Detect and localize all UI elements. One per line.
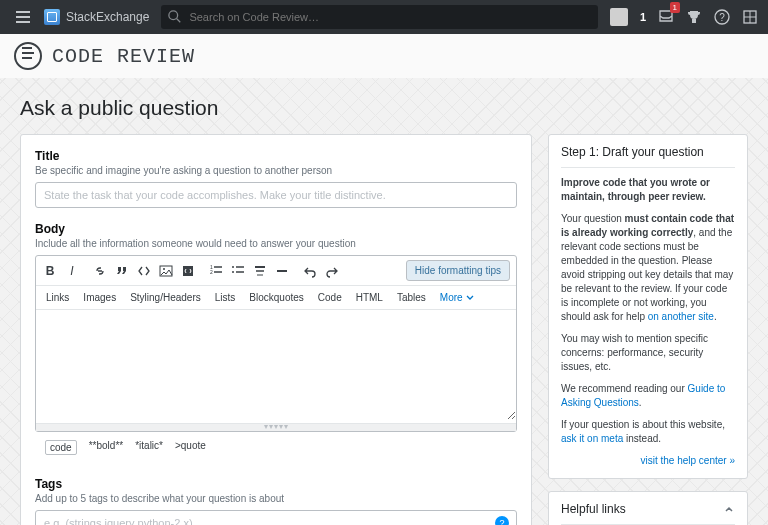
md-quote: >quote [175, 440, 206, 455]
step-card: Step 1: Draft your question Improve code… [548, 134, 748, 479]
tab-html[interactable]: HTML [356, 292, 383, 303]
ask-meta-link[interactable]: ask it on meta [561, 433, 623, 444]
tab-lists[interactable]: Lists [215, 292, 236, 303]
markdown-help: code **bold** *italic* >quote [35, 432, 517, 463]
body-desc: Include all the information someone woul… [35, 238, 517, 249]
body-textarea[interactable] [36, 310, 516, 420]
chevron-down-icon [465, 293, 475, 303]
svg-point-0 [169, 11, 178, 20]
title-label: Title [35, 149, 517, 163]
title-input[interactable] [35, 182, 517, 208]
inbox-badge: 1 [670, 2, 680, 13]
tags-help-icon[interactable]: ? [495, 516, 509, 525]
link-button[interactable] [92, 263, 108, 279]
quote-button[interactable] [114, 263, 130, 279]
svg-point-14 [232, 266, 234, 268]
tab-more[interactable]: More [440, 292, 476, 303]
ol-button[interactable]: 12 [208, 263, 224, 279]
brand-text: StackExchange [66, 10, 149, 24]
italic-button[interactable]: I [64, 263, 80, 279]
hamburger-menu[interactable] [10, 11, 36, 23]
md-bold: **bold** [89, 440, 123, 455]
heading-button[interactable] [252, 263, 268, 279]
help-toggle[interactable]: Helpful links [561, 502, 735, 516]
editor: B I [35, 255, 517, 432]
ul-button[interactable] [230, 263, 246, 279]
code-button[interactable] [136, 263, 152, 279]
svg-text:2: 2 [210, 269, 213, 275]
hide-tips-button[interactable]: Hide formatting tips [406, 260, 510, 281]
tab-images[interactable]: Images [83, 292, 116, 303]
body-label: Body [35, 222, 517, 236]
network-brand[interactable]: StackExchange [44, 9, 149, 25]
tab-code[interactable]: Code [318, 292, 342, 303]
helpful-links-card: Helpful links Find more information abou… [548, 491, 748, 525]
visit-help-link[interactable]: visit the help center » [641, 455, 736, 466]
svg-point-15 [232, 271, 234, 273]
md-italic: *italic* [135, 440, 163, 455]
md-code: code [45, 440, 77, 455]
inbox-button[interactable]: 1 [658, 8, 674, 27]
help-heading: Helpful links [561, 502, 626, 516]
image-button[interactable] [158, 263, 174, 279]
site-logo-icon[interactable] [14, 42, 42, 70]
tags-desc: Add up to 5 tags to describe what your q… [35, 493, 517, 504]
tab-tables[interactable]: Tables [397, 292, 426, 303]
step-intro: Improve code that you wrote or maintain,… [561, 177, 710, 202]
bold-button[interactable]: B [42, 263, 58, 279]
page-title: Ask a public question [20, 96, 748, 120]
site-header: CODE REVIEW [0, 34, 768, 78]
snippet-button[interactable] [180, 263, 196, 279]
redo-button[interactable] [324, 263, 340, 279]
step-heading: Step 1: Draft your question [561, 145, 735, 168]
svg-line-1 [177, 19, 181, 23]
tab-links[interactable]: Links [46, 292, 69, 303]
step-concerns: You may wish to mention specific concern… [561, 332, 735, 374]
chevron-up-icon [723, 503, 735, 515]
tags-label: Tags [35, 477, 517, 491]
community-icon[interactable] [742, 9, 758, 25]
tab-blockquotes[interactable]: Blockquotes [249, 292, 303, 303]
help-icon[interactable]: ? [714, 9, 730, 25]
reputation: 1 [640, 11, 646, 23]
search-input[interactable] [161, 5, 597, 29]
hr-button[interactable] [274, 263, 290, 279]
search-icon [168, 10, 182, 24]
question-form: Title Be specific and imagine you're ask… [20, 134, 532, 525]
trophy-icon[interactable] [686, 9, 702, 25]
tags-input[interactable] [35, 510, 517, 525]
svg-text:?: ? [719, 12, 725, 23]
tab-styling[interactable]: Styling/Headers [130, 292, 201, 303]
undo-button[interactable] [302, 263, 318, 279]
avatar[interactable] [610, 8, 628, 26]
another-site-link[interactable]: on another site [648, 311, 714, 322]
site-name[interactable]: CODE REVIEW [52, 45, 195, 68]
search-container [161, 5, 597, 29]
resize-grippie[interactable]: ▾▾▾▾▾ [36, 423, 516, 431]
title-desc: Be specific and imagine you're asking a … [35, 165, 517, 176]
stackexchange-icon [44, 9, 60, 25]
svg-point-8 [163, 268, 165, 270]
